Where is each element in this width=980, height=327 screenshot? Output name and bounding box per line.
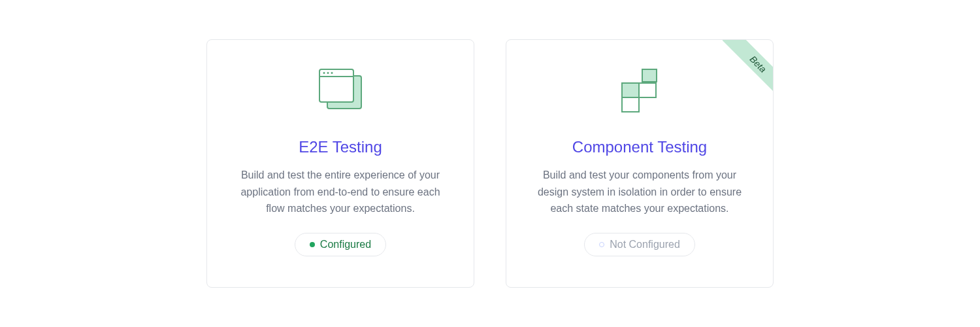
component-blocks-icon [613,61,666,120]
beta-ribbon: Beta [701,40,773,112]
svg-rect-6 [622,83,639,97]
status-dot-icon [310,242,315,247]
component-testing-card[interactable]: Beta Component Testing Build and test yo… [506,39,774,288]
svg-rect-9 [642,69,657,82]
svg-rect-8 [622,97,639,112]
e2e-testing-card[interactable]: E2E Testing Build and test the entire ex… [206,39,474,288]
status-badge-not-configured: Not Configured [584,233,695,256]
svg-point-5 [331,72,333,74]
svg-rect-7 [639,83,656,97]
card-title: E2E Testing [299,138,382,156]
browser-windows-icon [314,61,367,120]
status-label: Configured [320,239,371,250]
card-description: Build and test the entire experience of … [225,167,455,217]
status-dot-icon [599,242,604,247]
svg-rect-1 [319,69,353,102]
beta-label: Beta [723,40,773,100]
card-description: Build and test your components from your… [525,167,755,217]
card-title: Component Testing [572,138,707,156]
status-label: Not Configured [610,239,680,250]
svg-point-4 [327,72,329,74]
status-badge-configured: Configured [295,233,386,256]
svg-point-3 [323,72,325,74]
